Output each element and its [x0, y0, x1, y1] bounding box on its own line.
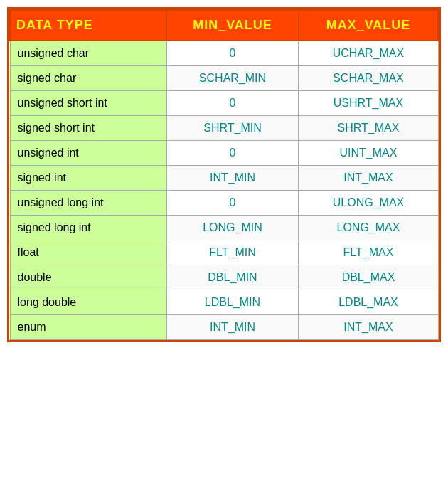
table-row: signed charSCHAR_MINSCHAR_MAX — [10, 66, 438, 91]
cell-datatype: signed char — [10, 66, 166, 91]
cell-minvalue: SHRT_MIN — [166, 116, 299, 141]
cell-datatype: signed short int — [10, 116, 166, 141]
cell-maxvalue: FLT_MAX — [299, 240, 438, 265]
cell-datatype: unsigned long int — [10, 191, 166, 216]
cell-maxvalue: INT_MAX — [299, 315, 438, 340]
cell-minvalue: INT_MIN — [166, 166, 299, 191]
header-datatype: DATA TYPE — [10, 10, 166, 41]
cell-datatype: unsigned int — [10, 141, 166, 166]
table-row: signed short intSHRT_MINSHRT_MAX — [10, 116, 438, 141]
cell-maxvalue: UINT_MAX — [299, 141, 438, 166]
table-row: enumINT_MININT_MAX — [10, 315, 438, 340]
table-row: long doubleLDBL_MINLDBL_MAX — [10, 290, 438, 315]
table-row: unsigned char0UCHAR_MAX — [10, 41, 438, 66]
cell-maxvalue: USHRT_MAX — [299, 91, 438, 116]
cell-datatype: unsigned char — [10, 41, 166, 66]
cell-maxvalue: UCHAR_MAX — [299, 41, 438, 66]
cell-minvalue: DBL_MIN — [166, 265, 299, 290]
cell-maxvalue: LDBL_MAX — [299, 290, 438, 315]
cell-minvalue: LDBL_MIN — [166, 290, 299, 315]
cell-maxvalue: ULONG_MAX — [299, 191, 438, 216]
cell-minvalue: 0 — [166, 91, 299, 116]
table-row: doubleDBL_MINDBL_MAX — [10, 265, 438, 290]
cell-maxvalue: SCHAR_MAX — [299, 66, 438, 91]
cell-minvalue: 0 — [166, 141, 299, 166]
table-row: signed intINT_MININT_MAX — [10, 166, 438, 191]
cell-datatype: long double — [10, 290, 166, 315]
cell-maxvalue: SHRT_MAX — [299, 116, 438, 141]
cell-maxvalue: LONG_MAX — [299, 216, 438, 240]
cell-datatype: signed int — [10, 166, 166, 191]
cell-minvalue: FLT_MIN — [166, 240, 299, 265]
cell-minvalue: 0 — [166, 191, 299, 216]
cell-maxvalue: DBL_MAX — [299, 265, 438, 290]
cell-minvalue: 0 — [166, 41, 299, 66]
header-maxvalue: MAX_VALUE — [299, 10, 438, 41]
cell-datatype: float — [10, 240, 166, 265]
data-type-table: DATA TYPE MIN_VALUE MAX_VALUE unsigned c… — [7, 7, 441, 342]
table-row: signed long intLONG_MINLONG_MAX — [10, 216, 438, 240]
table-row: unsigned int0UINT_MAX — [10, 141, 438, 166]
table-row: floatFLT_MINFLT_MAX — [10, 240, 438, 265]
cell-datatype: enum — [10, 315, 166, 340]
cell-datatype: double — [10, 265, 166, 290]
cell-maxvalue: INT_MAX — [299, 166, 438, 191]
table-row: unsigned short int0USHRT_MAX — [10, 91, 438, 116]
header-minvalue: MIN_VALUE — [166, 10, 299, 41]
cell-datatype: signed long int — [10, 216, 166, 240]
table-row: unsigned long int0ULONG_MAX — [10, 191, 438, 216]
cell-minvalue: INT_MIN — [166, 315, 299, 340]
cell-minvalue: SCHAR_MIN — [166, 66, 299, 91]
cell-datatype: unsigned short int — [10, 91, 166, 116]
cell-minvalue: LONG_MIN — [166, 216, 299, 240]
